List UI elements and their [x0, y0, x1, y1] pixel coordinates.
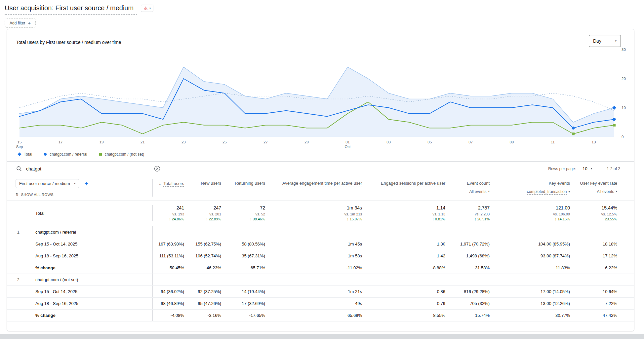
- svg-text:0: 0: [622, 135, 624, 139]
- report-card: Total users by First user source / mediu…: [7, 29, 634, 331]
- row-label: Aug 18 - Sep 16, 2025: [35, 301, 78, 306]
- metric-value: 46.23%: [185, 265, 222, 270]
- data-quality-button[interactable]: ⚠ ▾: [141, 5, 153, 12]
- column-label: New users: [201, 181, 221, 186]
- metric-value: 0.79: [363, 301, 446, 306]
- metric-value: 7.22%: [571, 301, 618, 306]
- chevron-down-icon: ▾: [149, 7, 151, 10]
- row-label-cell: Aug 18 - Sep 16, 2025: [22, 250, 153, 262]
- legend-label: chatgpt.com / referral: [50, 152, 87, 157]
- metric-filter-select[interactable]: All events▾: [597, 189, 617, 194]
- metric-value: 98 (46.89%): [153, 301, 185, 306]
- rows-per-page-value: 10: [583, 166, 587, 171]
- metric-value: 705 (32%): [446, 301, 490, 306]
- metric-value: 50.45%: [153, 265, 185, 270]
- column-header-7[interactable]: Key eventscompleted_transaction▾: [490, 179, 571, 195]
- page-title: User acquisition: First user source / me…: [5, 4, 137, 15]
- metric-value: -4.08%: [153, 313, 185, 318]
- metric-filter-select[interactable]: All events▾: [469, 189, 490, 194]
- dimension-value: chatgpt.com / (not set): [35, 277, 78, 282]
- add-dimension-button[interactable]: +: [84, 180, 88, 187]
- svg-text:19: 19: [100, 140, 104, 144]
- totals-change: ↑ 22.89%: [188, 217, 221, 221]
- column-label: Engaged sessions per active user: [381, 181, 445, 186]
- metric-value: 93.00 (87.74%): [490, 253, 571, 258]
- totals-comparison: vs. 2,203: [449, 212, 490, 216]
- report-header: User acquisition: First user source / me…: [0, 0, 644, 15]
- metric-value: 17.12%: [571, 253, 618, 258]
- metric-value: 104.00 (85.95%): [490, 242, 571, 246]
- group-row: 1chatgpt.com / referral: [7, 226, 634, 238]
- legend-item-3: chatgpt.com / (not set): [99, 152, 144, 157]
- dimension-selector-label: First user source / medium: [19, 181, 70, 186]
- metric-value: -8.88%: [363, 265, 446, 270]
- metric-value: 0.86: [363, 289, 446, 294]
- column-header-3[interactable]: Returning users: [222, 179, 266, 186]
- metric-value: 65.71%: [222, 265, 266, 270]
- chevron-down-icon: ▾: [488, 190, 490, 193]
- totals-change: ↑ 0.81%: [366, 217, 445, 221]
- percent-change-row: % change50.45%46.23%65.71%-11.02%-8.88%3…: [7, 262, 634, 274]
- chart-legend: Totalchatgpt.com / referralchatgpt.com /…: [7, 151, 634, 161]
- totals-value: 72: [225, 205, 265, 210]
- comparison-row: Aug 18 - Sep 16, 202598 (46.89%)95 (47.2…: [7, 298, 634, 310]
- column-header-1[interactable]: ↓Total users: [153, 179, 185, 187]
- totals-metric: 72vs. 52↑ 38.46%: [222, 205, 266, 221]
- totals-comparison: vs. 1.13: [366, 212, 445, 216]
- metric-value: 1m 21s: [266, 289, 363, 294]
- metric-filter-select[interactable]: completed_transaction▾: [527, 189, 570, 195]
- rows-per-page-select[interactable]: 10 ▾: [581, 165, 594, 172]
- totals-comparison: vs. 52: [225, 212, 265, 216]
- totals-comparison: vs. 1m 21s: [269, 212, 362, 216]
- clear-search-button[interactable]: [154, 166, 160, 172]
- add-filter-button[interactable]: Add filter +: [5, 18, 36, 28]
- totals-value: 121.00: [494, 205, 570, 210]
- chevron-down-icon: ▾: [74, 182, 76, 185]
- column-header-5[interactable]: Engaged sessions per active user: [363, 179, 446, 186]
- totals-row: Total241vs. 193↑ 24.86%247vs. 201↑ 22.89…: [7, 201, 634, 226]
- svg-text:23: 23: [181, 140, 186, 144]
- pagination-range: 1-2 of 2: [607, 167, 620, 171]
- totals-metric: 1m 34svs. 1m 21s↑ 15.97%: [266, 205, 363, 221]
- search-input[interactable]: chatgpt: [26, 166, 150, 171]
- svg-text:01: 01: [345, 140, 350, 144]
- row-index: 1: [7, 226, 22, 238]
- metric-value: 31.58%: [446, 265, 490, 270]
- chevron-down-icon: ▾: [591, 167, 592, 170]
- svg-text:27: 27: [263, 140, 268, 144]
- row-label: Sep 15 - Oct 14, 2025: [35, 242, 77, 246]
- granularity-select[interactable]: Day ▾: [589, 35, 621, 47]
- dimension-value: chatgpt.com / referral: [35, 230, 76, 235]
- column-header-6[interactable]: Event countAll events▾: [446, 179, 490, 194]
- svg-text:29: 29: [304, 140, 309, 144]
- dimension-selector[interactable]: First user source / medium▾: [16, 179, 79, 188]
- metric-value: 14 (19.44%): [222, 289, 266, 294]
- totals-change: ↑ 26.51%: [449, 217, 490, 221]
- rows-per-page-label: Rows per page:: [548, 167, 576, 171]
- svg-text:25: 25: [222, 140, 227, 144]
- legend-item-2: chatgpt.com / referral: [44, 152, 87, 157]
- pagination-controls: Rows per page: 10 ▾ 1-2 of 2: [548, 165, 620, 172]
- add-filter-label: Add filter: [10, 21, 25, 25]
- row-label-cell: Sep 15 - Oct 14, 2025: [22, 286, 153, 297]
- totals-value: 1m 34s: [269, 205, 362, 210]
- row-label: Aug 18 - Sep 16, 2025: [35, 253, 78, 258]
- chart-title: Total users by First user source / mediu…: [16, 35, 121, 45]
- totals-comparison: vs. 12.5%: [574, 212, 617, 216]
- svg-text:Sep: Sep: [16, 145, 23, 149]
- metric-value: 1.42: [363, 253, 446, 258]
- svg-text:07: 07: [468, 140, 473, 144]
- row-index: 2: [7, 274, 22, 285]
- svg-text:11: 11: [551, 140, 555, 144]
- metric-value: 1m 58s: [266, 253, 363, 258]
- row-label-cell: Aug 18 - Sep 16, 2025: [22, 298, 153, 309]
- row-label: % change: [35, 313, 56, 318]
- metric-value: 92 (37.25%): [185, 289, 222, 294]
- column-header-4[interactable]: Average engagement time per active user: [266, 179, 363, 186]
- column-header-2[interactable]: New users: [185, 179, 222, 186]
- show-all-rows-button[interactable]: ⇅SHOW ALL ROWS: [16, 192, 152, 197]
- legend-label: Total: [24, 152, 32, 157]
- column-header-8[interactable]: User key event rateAll events▾: [571, 179, 618, 194]
- totals-value: 1.14: [366, 205, 445, 210]
- comparison-row: Aug 18 - Sep 16, 2025111 (53.11%)106 (52…: [7, 250, 634, 262]
